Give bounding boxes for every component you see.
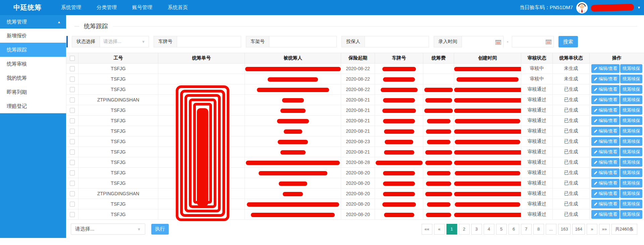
- table-row: TSFJG2020-08-28审核通过已生成编辑/查看统筹续保: [66, 157, 644, 168]
- insured-person-cell: [245, 64, 341, 74]
- select-all-checkbox[interactable]: [70, 56, 75, 61]
- page-button[interactable]: ...: [546, 224, 556, 235]
- calendar-icon[interactable]: [546, 39, 551, 44]
- calendar-icon[interactable]: [495, 40, 501, 45]
- action-buttons: 编辑/查看统筹续保: [591, 189, 643, 198]
- sidebar-item[interactable]: 我的统筹: [0, 71, 66, 85]
- edit-view-button[interactable]: 编辑/查看: [591, 179, 620, 188]
- page-button[interactable]: 2: [459, 224, 470, 235]
- page-button[interactable]: ««: [422, 224, 432, 235]
- renew-button[interactable]: 统筹续保: [620, 106, 642, 115]
- sidebar-group-tongchou-guanli[interactable]: 统筹管理 ▲: [0, 15, 66, 29]
- top-navbar: 中廷统筹 系统管理分类管理账号管理系统首页 当日验车码：PN51DM7 ▼: [0, 0, 644, 15]
- page-button[interactable]: 6: [508, 224, 519, 235]
- created-time-cell: [454, 84, 521, 95]
- search-button[interactable]: 搜索: [558, 36, 578, 47]
- renew-button[interactable]: 统筹续保: [620, 95, 642, 104]
- action-buttons: 编辑/查看统筹续保: [591, 148, 643, 156]
- edit-view-button[interactable]: 编辑/查看: [591, 148, 620, 156]
- row-checkbox[interactable]: [70, 108, 75, 113]
- audit-status-cell: 审核中: [521, 74, 553, 84]
- entry-time-start-input[interactable]: [463, 39, 495, 45]
- execute-button[interactable]: 执行: [151, 224, 169, 235]
- brand-logo[interactable]: 中廷统筹: [13, 3, 42, 12]
- status-select[interactable]: 请选择... ▼: [100, 36, 149, 47]
- row-checkbox[interactable]: [70, 139, 75, 144]
- edit-view-button[interactable]: 编辑/查看: [591, 95, 620, 104]
- renew-button[interactable]: 统筹续保: [620, 200, 642, 208]
- renew-button[interactable]: 统筹续保: [620, 127, 642, 135]
- row-checkbox[interactable]: [70, 160, 75, 165]
- row-checkbox[interactable]: [70, 170, 75, 175]
- page-button[interactable]: 163: [558, 224, 571, 235]
- edit-view-button[interactable]: 编辑/查看: [591, 189, 620, 198]
- page-button[interactable]: »: [587, 224, 597, 235]
- renew-button[interactable]: 统筹续保: [620, 158, 642, 167]
- row-checkbox[interactable]: [70, 118, 75, 123]
- policy-status-cell: 已生成: [553, 199, 590, 209]
- employee-id-cell: TSFJG: [78, 157, 158, 168]
- edit-view-button[interactable]: 编辑/查看: [591, 127, 620, 135]
- edit-view-button[interactable]: 编辑/查看: [591, 137, 620, 146]
- audit-status-cell: 审核通过: [521, 199, 553, 209]
- edit-view-button[interactable]: 编辑/查看: [591, 200, 620, 208]
- redaction-bar: [454, 150, 521, 155]
- sidebar-item[interactable]: 统筹跟踪: [0, 43, 66, 57]
- renew-button[interactable]: 统筹续保: [620, 189, 642, 198]
- vin-input[interactable]: [269, 36, 336, 47]
- top-menu-item[interactable]: 系统管理: [61, 4, 81, 11]
- row-checkbox[interactable]: [70, 97, 75, 103]
- plate-input[interactable]: [177, 36, 241, 47]
- page-button[interactable]: 4: [484, 224, 494, 235]
- renew-button[interactable]: 统筹续保: [620, 210, 642, 219]
- insured-input[interactable]: [365, 36, 429, 47]
- renew-button[interactable]: 统筹续保: [620, 137, 642, 146]
- batch-action-group: 请选择... ▼ 执行: [71, 223, 169, 235]
- page-button[interactable]: 8: [533, 224, 544, 235]
- row-checkbox[interactable]: [70, 150, 75, 155]
- edit-view-button[interactable]: 编辑/查看: [591, 168, 620, 177]
- top-menu-item[interactable]: 账号管理: [132, 4, 152, 11]
- page-button[interactable]: «: [434, 224, 445, 235]
- sidebar-item[interactable]: 理赔登记: [0, 99, 66, 113]
- actions-cell: 编辑/查看统筹续保: [590, 147, 644, 157]
- avatar[interactable]: [576, 2, 588, 13]
- row-checkbox[interactable]: [70, 77, 75, 82]
- page-button[interactable]: 3: [471, 224, 482, 235]
- row-checkbox[interactable]: [70, 191, 75, 196]
- renew-button[interactable]: 统筹续保: [620, 85, 642, 94]
- renew-button[interactable]: 统筹续保: [620, 168, 642, 177]
- row-checkbox[interactable]: [70, 212, 75, 217]
- row-checkbox[interactable]: [70, 181, 75, 186]
- sidebar-item[interactable]: 即将到期: [0, 85, 66, 99]
- edit-view-button[interactable]: 编辑/查看: [591, 106, 620, 115]
- renew-button[interactable]: 统筹续保: [620, 148, 642, 156]
- row-checkbox[interactable]: [70, 87, 75, 92]
- sidebar-item[interactable]: 统筹审核: [0, 57, 66, 71]
- page-button[interactable]: 164: [572, 224, 585, 235]
- page-button[interactable]: 1: [446, 224, 457, 235]
- renew-button[interactable]: 统筹续保: [620, 64, 642, 73]
- edit-view-button[interactable]: 编辑/查看: [591, 116, 620, 125]
- edit-view-button[interactable]: 编辑/查看: [591, 85, 620, 94]
- page-button[interactable]: »»: [599, 224, 610, 235]
- edit-view-button[interactable]: 编辑/查看: [591, 210, 620, 219]
- renew-button[interactable]: 统筹续保: [620, 75, 642, 83]
- row-checkbox[interactable]: [70, 129, 75, 134]
- row-checkbox[interactable]: [70, 202, 75, 207]
- entry-time-end-input[interactable]: [514, 39, 546, 44]
- redaction-bar: [384, 129, 414, 134]
- batch-action-select[interactable]: 请选择... ▼: [71, 223, 145, 235]
- edit-view-button[interactable]: 编辑/查看: [591, 75, 620, 83]
- edit-view-button[interactable]: 编辑/查看: [591, 158, 620, 167]
- sidebar-item[interactable]: 新增报价: [0, 29, 66, 43]
- row-checkbox[interactable]: [70, 66, 75, 71]
- renew-button[interactable]: 统筹续保: [620, 116, 642, 125]
- edit-view-button[interactable]: 编辑/查看: [591, 64, 620, 73]
- top-menu-item[interactable]: 分类管理: [97, 4, 117, 11]
- page-button[interactable]: 7: [521, 224, 532, 235]
- chevron-down-icon[interactable]: ▼: [637, 6, 641, 9]
- renew-button[interactable]: 统筹续保: [620, 179, 642, 188]
- top-menu-item[interactable]: 系统首页: [168, 4, 188, 11]
- page-button[interactable]: 5: [496, 224, 507, 235]
